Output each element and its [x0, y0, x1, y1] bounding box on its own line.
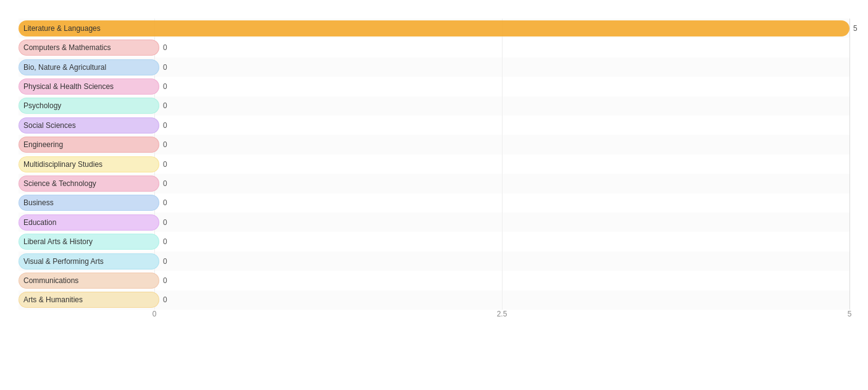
bar-value: 0	[163, 63, 167, 72]
bar-label: Social Sciences	[23, 121, 76, 130]
bar-label: Business	[23, 198, 54, 207]
bar-row: Communications0	[19, 271, 849, 290]
x-axis-label: 2.5	[497, 310, 507, 318]
bar-label: Science & Technology	[23, 179, 96, 188]
bars-section: Literature & Languages5Computers & Mathe…	[19, 19, 849, 310]
bar-label: Engineering	[23, 140, 63, 149]
bar-value: 0	[163, 198, 167, 207]
bar-label: Visual & Performing Arts	[23, 257, 104, 266]
bar-row: Arts & Humanities0	[19, 290, 849, 310]
bar-row: Literature & Languages5	[19, 19, 849, 38]
bar-label: Bio, Nature & Agricultural	[23, 63, 106, 72]
bar-label: Computers & Mathematics	[23, 43, 111, 52]
bar-label: Arts & Humanities	[23, 295, 83, 304]
bar-row: Computers & Mathematics0	[19, 38, 849, 57]
bar-label: Psychology	[23, 101, 61, 110]
bar-row: Bio, Nature & Agricultural0	[19, 57, 849, 77]
bar-value: 5	[853, 24, 858, 33]
x-axis-label: 5	[848, 310, 852, 318]
bar-row: Psychology0	[19, 96, 849, 116]
bar-value: 0	[163, 218, 167, 227]
bar-value: 0	[163, 160, 167, 169]
bar-row: Engineering0	[19, 135, 849, 154]
bar-row: Multidisciplinary Studies0	[19, 155, 849, 174]
bar-value: 0	[163, 179, 167, 188]
chart-area: Literature & Languages5Computers & Mathe…	[19, 19, 849, 328]
bar-row: Visual & Performing Arts0	[19, 252, 849, 271]
bar-row: Science & Technology0	[19, 174, 849, 193]
bar-row: Business0	[19, 193, 849, 213]
bar-row: Education0	[19, 213, 849, 232]
bar-row: Social Sciences0	[19, 116, 849, 135]
bar-value: 0	[163, 257, 167, 266]
bar-value: 0	[163, 276, 167, 285]
bar-value: 0	[163, 101, 167, 110]
bar-row: Liberal Arts & History0	[19, 232, 849, 251]
bar-label: Education	[23, 218, 56, 227]
x-axis: 02.55	[19, 310, 849, 328]
bar-value: 0	[163, 121, 167, 130]
bar-label: Physical & Health Sciences	[23, 82, 114, 91]
bar-value: 0	[163, 237, 167, 246]
bar-label: Literature & Languages	[23, 24, 101, 33]
x-axis-label: 0	[152, 310, 157, 318]
bar-label: Communications	[23, 276, 78, 285]
bar-label: Multidisciplinary Studies	[23, 160, 102, 169]
grid-line	[849, 19, 850, 310]
bar-value: 0	[163, 43, 167, 52]
bar-row: Physical & Health Sciences0	[19, 77, 849, 96]
chart-container: Literature & Languages5Computers & Mathe…	[0, 0, 868, 390]
bar-value: 0	[163, 140, 167, 149]
bar-value: 0	[163, 295, 167, 304]
bar-label: Liberal Arts & History	[23, 237, 93, 246]
bar-value: 0	[163, 82, 167, 91]
